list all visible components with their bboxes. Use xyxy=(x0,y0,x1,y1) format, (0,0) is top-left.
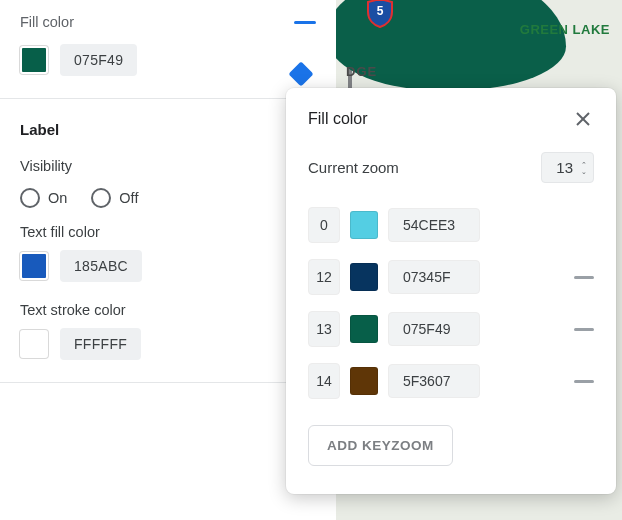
zoom-stop-hex[interactable]: 075F49 xyxy=(388,312,480,346)
fill-color-popover: Fill color Current zoom 13 ⌃ ⌄ 054CEE312… xyxy=(286,88,616,494)
zoom-stop-swatch[interactable] xyxy=(350,211,378,239)
radio-label-on: On xyxy=(48,190,67,206)
chevron-down-icon[interactable]: ⌄ xyxy=(581,168,587,175)
zoom-stop-hex[interactable]: 5F3607 xyxy=(388,364,480,398)
text-stroke-swatch[interactable] xyxy=(20,330,48,358)
radio-icon xyxy=(91,188,111,208)
text-fill-swatch[interactable] xyxy=(20,252,48,280)
zoom-stop-value[interactable]: 14 xyxy=(308,363,340,399)
current-zoom-label: Current zoom xyxy=(308,159,399,176)
zoom-stop-swatch[interactable] xyxy=(350,315,378,343)
add-keyzoom-button[interactable]: ADD KEYZOOM xyxy=(308,425,453,466)
map-label-dge: DGE xyxy=(346,64,377,79)
fill-color-hex[interactable]: 075F49 xyxy=(60,44,137,76)
radio-icon xyxy=(20,188,40,208)
text-stroke-hex[interactable]: FFFFFF xyxy=(60,328,141,360)
text-fill-hex[interactable]: 185ABC xyxy=(60,250,142,282)
zoom-stop-hex[interactable]: 54CEE3 xyxy=(388,208,480,242)
fill-color-swatch[interactable] xyxy=(20,46,48,74)
collapse-icon[interactable] xyxy=(294,21,316,24)
zoom-stop-swatch[interactable] xyxy=(350,367,378,395)
interstate-shield-icon: 5 xyxy=(366,0,394,28)
zoom-stop-row: 1207345F xyxy=(308,259,594,295)
close-icon[interactable] xyxy=(572,108,594,130)
popover-title: Fill color xyxy=(308,110,368,128)
zoom-stop-row: 145F3607 xyxy=(308,363,594,399)
zoom-stop-value[interactable]: 0 xyxy=(308,207,340,243)
interstate-number: 5 xyxy=(366,4,394,18)
current-zoom-stepper[interactable]: 13 ⌃ ⌄ xyxy=(541,152,594,183)
zoom-stop-swatch[interactable] xyxy=(350,263,378,291)
visibility-on-radio[interactable]: On xyxy=(20,188,67,208)
visibility-off-radio[interactable]: Off xyxy=(91,188,138,208)
zoom-stop-value[interactable]: 12 xyxy=(308,259,340,295)
remove-stop-icon[interactable] xyxy=(574,328,594,331)
zoom-stop-row: 13075F49 xyxy=(308,311,594,347)
radio-label-off: Off xyxy=(119,190,138,206)
zoom-stop-value[interactable]: 13 xyxy=(308,311,340,347)
remove-stop-icon[interactable] xyxy=(574,276,594,279)
zoom-stop-row: 054CEE3 xyxy=(308,207,594,243)
zoom-stop-hex[interactable]: 07345F xyxy=(388,260,480,294)
pin-marker-icon[interactable] xyxy=(285,58,317,90)
fill-color-header: Fill color xyxy=(20,14,74,30)
map-label-greenlake: GREEN LAKE xyxy=(520,22,610,37)
current-zoom-value: 13 xyxy=(556,159,573,176)
chevron-up-icon[interactable]: ⌃ xyxy=(581,161,587,168)
remove-stop-icon[interactable] xyxy=(574,380,594,383)
